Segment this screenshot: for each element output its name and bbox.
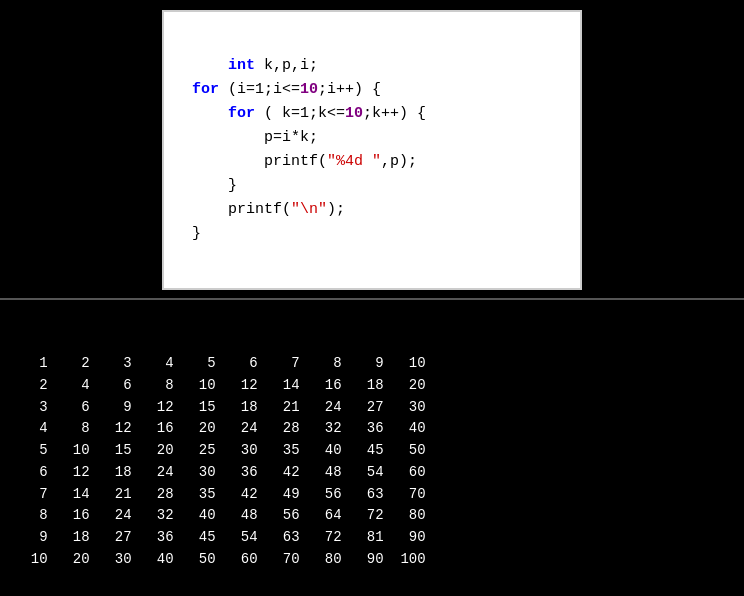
- for-end-1: ;i++) {: [318, 81, 381, 98]
- for-end-2: ;k++) {: [363, 105, 426, 122]
- for-limit-2: 10: [345, 105, 363, 122]
- assign-stmt: p=i*k;: [264, 129, 318, 146]
- top-section: int k,p,i; for (i=1;i<=10;i++) { for ( k…: [0, 0, 744, 290]
- for-cond-1: (i=1;i<=: [219, 81, 300, 98]
- close-brace-2: }: [192, 225, 201, 242]
- printf-str-1: "%4d ": [327, 153, 381, 170]
- printf-call-2: printf("\n");: [228, 201, 345, 218]
- for-limit-1: 10: [300, 81, 318, 98]
- close-brace-1: }: [228, 177, 237, 194]
- for-keyword-2: for: [228, 105, 255, 122]
- printf-call-1: printf("%4d ",p);: [264, 153, 417, 170]
- bottom-section: 1 2 3 4 5 6 7 8 9 10 2 4 6 8 10 12 14 16…: [0, 298, 744, 596]
- for-cond-2: ( k=1;k<=: [255, 105, 345, 122]
- int-keyword: int: [228, 57, 255, 74]
- output-table: 1 2 3 4 5 6 7 8 9 10 2 4 6 8 10 12 14 16…: [14, 353, 730, 570]
- var-decl: k,p,i;: [255, 57, 318, 74]
- code-box: int k,p,i; for (i=1;i<=10;i++) { for ( k…: [162, 10, 582, 290]
- for-keyword-1: for: [192, 81, 219, 98]
- printf-str-2: "\n": [291, 201, 327, 218]
